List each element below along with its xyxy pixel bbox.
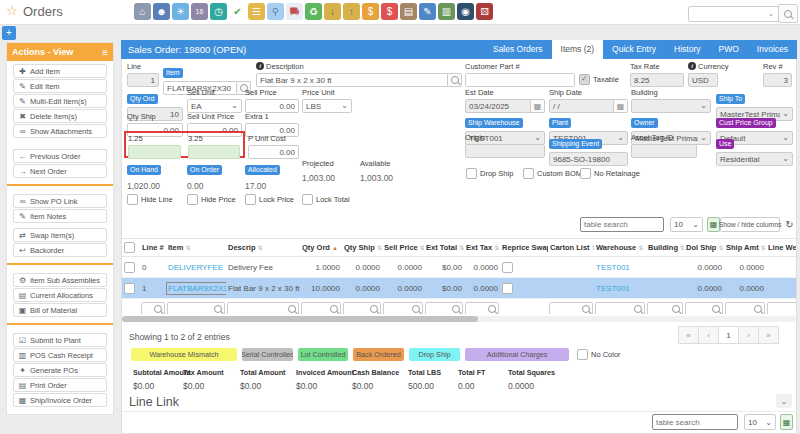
tab-quick-entry[interactable]: Quick Entry bbox=[603, 40, 665, 59]
column-filter-input[interactable] bbox=[685, 302, 723, 315]
pencil-icon[interactable]: ✎ bbox=[419, 3, 436, 20]
page-button-1[interactable]: 1 bbox=[718, 326, 739, 344]
lock-price-checkbox[interactable] bbox=[245, 194, 256, 205]
column-filter-input[interactable] bbox=[227, 302, 299, 315]
sidebar-item-show-po-link[interactable]: ∞Show PO Link bbox=[13, 194, 107, 208]
taxable-checkbox[interactable] bbox=[579, 74, 590, 85]
column-header-ship-amt[interactable]: Ship Amt ⇅ bbox=[724, 239, 766, 257]
menu-icon[interactable]: ≡ bbox=[102, 47, 108, 58]
sidebar-item-next-order[interactable]: →Next Order bbox=[13, 164, 107, 178]
select-all-checkbox[interactable] bbox=[124, 242, 135, 253]
sidebar-item-backorder[interactable]: ↩Backorder bbox=[13, 243, 107, 257]
reprice-swap-checkbox[interactable] bbox=[502, 283, 513, 294]
column-header-qty-ord[interactable]: Qty Ord ▲ bbox=[300, 239, 342, 257]
clipboard-icon[interactable]: ▤ bbox=[400, 3, 417, 20]
p-unit-cost-input[interactable] bbox=[248, 145, 299, 159]
scrollbar-thumb[interactable] bbox=[122, 316, 478, 322]
column-header-warehouse[interactable]: Warehouse ⇅ bbox=[594, 239, 646, 257]
row-checkbox[interactable] bbox=[124, 283, 135, 294]
download-icon[interactable]: ↓ bbox=[324, 3, 341, 20]
customer-part-input[interactable] bbox=[465, 73, 575, 87]
horizontal-scrollbar[interactable] bbox=[122, 316, 796, 322]
cell[interactable]: DELIVERYFEE bbox=[166, 257, 226, 278]
show-hide-columns-button[interactable]: Show / hide columns bbox=[720, 217, 780, 232]
column-filter-input[interactable] bbox=[425, 302, 463, 315]
column-filter-input[interactable] bbox=[767, 302, 796, 315]
clock-icon[interactable]: ◷ bbox=[210, 3, 227, 20]
bank-icon[interactable]: ⌂ bbox=[134, 3, 151, 20]
column-filter-input[interactable] bbox=[141, 302, 165, 315]
sidebar-item-add-item[interactable]: ✚Add Item bbox=[13, 64, 107, 78]
column-header-carton-list[interactable]: Carton List ⇅ bbox=[548, 239, 594, 257]
description-input[interactable] bbox=[256, 73, 448, 87]
column-header-building[interactable]: Building ⇅ bbox=[646, 239, 684, 257]
search-icon[interactable]: ⚲ bbox=[267, 3, 284, 20]
sidebar-item-edit-item[interactable]: ✎Edit Item bbox=[13, 79, 107, 93]
sidebar-item-generate-pos[interactable]: ✦Generate POs bbox=[13, 363, 107, 377]
sidebar-item-item-sub-assemblies[interactable]: ⚙Item Sub Assemblies bbox=[13, 273, 107, 287]
use-select[interactable]: Residential bbox=[716, 152, 793, 166]
drop-ship-checkbox[interactable] bbox=[466, 168, 477, 179]
sidebar-item-submit-to-plant[interactable]: ☑Submit to Plant bbox=[13, 333, 107, 347]
description-search-button[interactable] bbox=[448, 73, 462, 87]
column-header-dol-ship[interactable]: Dol Ship ⇅ bbox=[684, 239, 724, 257]
select-all-header[interactable] bbox=[122, 239, 140, 257]
sidebar-item-multi-edit-items[interactable]: ✎Multi-Edit Item(s) bbox=[13, 94, 107, 108]
hide-line-checkbox[interactable] bbox=[127, 194, 138, 205]
currency-input[interactable] bbox=[688, 73, 718, 87]
dim2-input[interactable] bbox=[188, 145, 240, 159]
table-search-input[interactable] bbox=[580, 217, 664, 232]
sidebar-item-show-attachments[interactable]: ∞Show Attachments bbox=[13, 124, 107, 138]
column-filter-input[interactable] bbox=[343, 302, 381, 315]
column-header-qty-ship[interactable]: Qty Ship ⇅ bbox=[342, 239, 382, 257]
global-search-button[interactable] bbox=[778, 4, 798, 23]
sidebar-item-pos-cash-receipt[interactable]: ▥POS Cash Receipt bbox=[13, 348, 107, 362]
trash-icon[interactable]: ♻ bbox=[305, 3, 322, 20]
column-filter-input[interactable] bbox=[647, 302, 683, 315]
cell[interactable]: TEST001 bbox=[594, 278, 646, 299]
price-unit-select[interactable]: LBS bbox=[302, 99, 352, 113]
row-checkbox[interactable] bbox=[124, 262, 135, 273]
column-filter-input[interactable] bbox=[167, 302, 225, 315]
page-button-›[interactable]: › bbox=[738, 326, 759, 344]
tax-rate-input[interactable] bbox=[630, 73, 684, 87]
tab-sales-orders[interactable]: Sales Orders bbox=[484, 40, 552, 59]
tab-pwo[interactable]: PWO bbox=[710, 40, 748, 59]
global-search-input[interactable] bbox=[688, 6, 779, 22]
line-input[interactable] bbox=[127, 73, 159, 87]
custom-bom-checkbox[interactable] bbox=[523, 168, 534, 179]
column-filter-input[interactable] bbox=[301, 302, 341, 315]
sell-price-input[interactable] bbox=[245, 99, 299, 113]
column-header-ext-tax[interactable]: Ext Tax ⇅ bbox=[464, 239, 500, 257]
check-icon[interactable]: ✔ bbox=[229, 3, 246, 20]
column-header-ext-total[interactable]: Ext Total ⇅ bbox=[424, 239, 464, 257]
page-size-select[interactable]: 10 bbox=[670, 217, 703, 232]
sidebar-item-swap-items[interactable]: ⇄Swap Item(s) bbox=[13, 228, 107, 242]
sidebar-item-previous-order[interactable]: ←Previous Order bbox=[13, 149, 107, 163]
tab-items-2-[interactable]: Items (2) bbox=[552, 40, 604, 59]
line-link-search-input[interactable] bbox=[652, 414, 738, 430]
favorite-star-icon[interactable]: ☆ bbox=[6, 3, 18, 18]
coins-icon[interactable]: $ bbox=[362, 3, 379, 20]
tab-history[interactable]: History bbox=[665, 40, 709, 59]
sell-unit-select[interactable]: EA bbox=[187, 99, 242, 113]
lock-total-checkbox[interactable] bbox=[302, 194, 313, 205]
sidebar-item-current-allocations[interactable]: ▤Current Allocations bbox=[13, 288, 107, 302]
no-retainage-checkbox[interactable] bbox=[580, 168, 591, 179]
list-icon[interactable]: ☰ bbox=[248, 3, 265, 20]
refresh-icon[interactable] bbox=[783, 217, 796, 232]
cash-icon[interactable]: ▥ bbox=[438, 3, 455, 20]
column-filter-input[interactable] bbox=[549, 302, 593, 315]
dice-icon[interactable]: ⚄ bbox=[476, 3, 493, 20]
sidebar-item-ship-invoice-order[interactable]: ▦Ship/Invoice Order bbox=[13, 393, 107, 407]
column-filter-input[interactable] bbox=[595, 302, 645, 315]
page-button-‹[interactable]: ‹ bbox=[698, 326, 719, 344]
item-link[interactable]: FLATBAR9X2X30 bbox=[168, 284, 226, 293]
column-filter-input[interactable] bbox=[383, 302, 423, 315]
hide-price-checkbox[interactable] bbox=[187, 194, 198, 205]
page-button-«[interactable]: « bbox=[678, 326, 699, 344]
tab-invoices[interactable]: Invoices bbox=[748, 40, 797, 59]
column-header-item[interactable]: Item ⇅ bbox=[166, 239, 226, 257]
globe-icon[interactable]: ◉ bbox=[457, 3, 474, 20]
asset-tag-input[interactable] bbox=[631, 144, 697, 158]
